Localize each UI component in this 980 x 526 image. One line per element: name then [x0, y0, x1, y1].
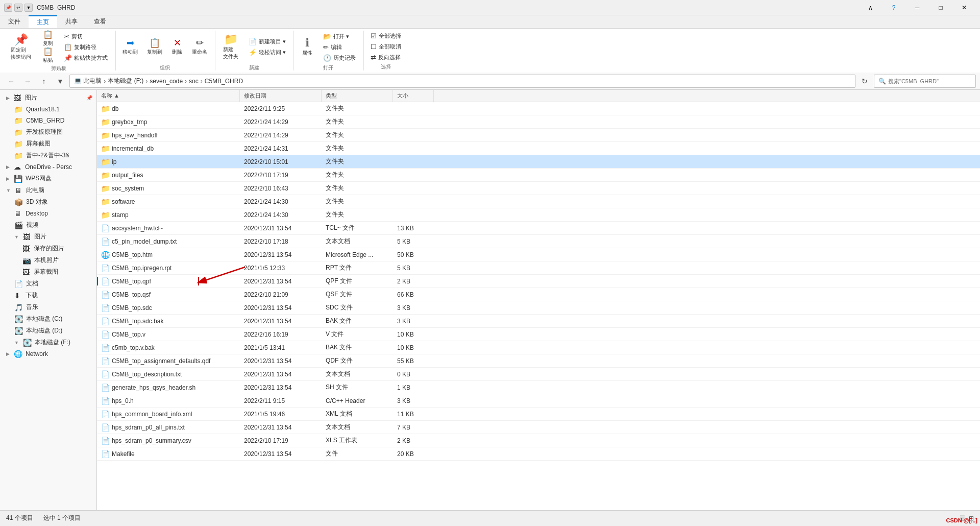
- forward-button[interactable]: →: [20, 74, 35, 88]
- new-folder-icon: 📁: [224, 34, 238, 45]
- sidebar-item-screenshot[interactable]: 📁 屏幕截图: [0, 138, 96, 150]
- clipboard-label: 剪贴板: [51, 64, 66, 72]
- back-button[interactable]: ←: [4, 74, 18, 88]
- tab-view[interactable]: 查看: [86, 15, 114, 28]
- sidebar-item-saved-pictures[interactable]: 🖼 保存的图片: [0, 243, 96, 254]
- invert-selection-button[interactable]: ⇄ 反向选择: [367, 52, 405, 62]
- col-header-date[interactable]: 修改日期: [240, 90, 322, 102]
- sidebar-item-video[interactable]: 🎬 视频: [0, 219, 96, 231]
- table-row[interactable]: 📄 C5MB_top.ipregen.rpt 2021/1/5 12:33 RP…: [97, 261, 980, 275]
- new-folder-button[interactable]: 📁 新建文件夹: [218, 31, 243, 63]
- sidebar-item-network[interactable]: ▶ 🌐 Network: [0, 348, 96, 360]
- maximize-button[interactable]: □: [929, 0, 952, 15]
- table-row[interactable]: 📄 hps_0.h 2022/2/11 9:15 C/C++ Header 3 …: [97, 394, 980, 408]
- table-row[interactable]: 📄 accsystem_hw.tcl~ 2020/12/31 13:54 TCL…: [97, 222, 980, 235]
- sidebar-item-onedrive[interactable]: ▶ ☁ OneDrive - Persc: [0, 161, 96, 173]
- move-to-button[interactable]: ➡ 移动到: [119, 31, 141, 63]
- collapse-ribbon-btn[interactable]: ∧: [859, 0, 882, 15]
- rename-button[interactable]: ✏ 重命名: [188, 31, 211, 63]
- sidebar-item-desktop[interactable]: 🖥 Desktop: [0, 208, 96, 219]
- col-header-name[interactable]: 名称 ▲: [97, 90, 240, 102]
- table-row[interactable]: 📄 C5MB_top.qsf 2022/2/10 21:09 QSF 文件 66…: [97, 288, 980, 301]
- file-name: 📁 db: [97, 105, 240, 113]
- sidebar-item-3d[interactable]: 📦 3D 对象: [0, 196, 96, 208]
- quick-access-icon[interactable]: 📌: [4, 4, 12, 12]
- paste-button[interactable]: 📋 粘贴: [38, 47, 58, 64]
- new-item-button[interactable]: 📄 新建项目 ▾: [245, 37, 289, 47]
- sidebar-item-wps[interactable]: ▶ 💾 WPS网盘: [0, 173, 96, 184]
- open-button[interactable]: 📂 打开 ▾: [320, 31, 359, 41]
- sidebar-item-documents[interactable]: 📄 文档: [0, 278, 96, 290]
- sidebar-item-drive-c[interactable]: 💽 本地磁盘 (C:): [0, 313, 96, 325]
- table-row[interactable]: 📄 C5MB_top.v 2022/2/16 16:19 V 文件 10 KB: [97, 328, 980, 341]
- close-button[interactable]: ✕: [952, 0, 976, 15]
- refresh-button[interactable]: ↻: [857, 74, 872, 88]
- table-row[interactable]: 📄 C5MB_top.sdc 2020/12/31 13:54 SDC 文件 3…: [97, 301, 980, 315]
- table-row[interactable]: 📄 generate_hps_qsys_header.sh 2020/12/31…: [97, 381, 980, 394]
- sidebar-item-music[interactable]: 🎵 音乐: [0, 301, 96, 313]
- history-button[interactable]: 🕐 历史记录: [320, 53, 359, 63]
- undo-icon[interactable]: ↩: [14, 4, 22, 12]
- delete-button[interactable]: ✕ 删除: [168, 31, 186, 63]
- table-row[interactable]: 📄 c5mb_top.v.bak 2021/1/5 13:41 BAK 文件 1…: [97, 341, 980, 354]
- col-header-type[interactable]: 类型: [322, 90, 393, 102]
- tab-home[interactable]: 主页: [29, 15, 57, 28]
- table-row[interactable]: 📄 C5MB_top_assignment_defaults.qdf 2020/…: [97, 354, 980, 368]
- table-row[interactable]: 📁 ip 2022/2/10 15:01 文件夹: [97, 155, 980, 169]
- table-row[interactable]: 📄 C5MB_top.qpf 2020/12/31 13:54 QPF 文件 2…: [97, 275, 980, 288]
- forward-arrow-icon[interactable]: ▼: [24, 4, 33, 12]
- select-none-button[interactable]: ☐ 全部取消: [367, 41, 405, 52]
- table-row[interactable]: 🌐 C5MB_top.htm 2020/12/31 13:54 Microsof…: [97, 248, 980, 261]
- sidebar-item-puzhong[interactable]: 📁 普中-2&普中-3&: [0, 150, 96, 161]
- table-row[interactable]: 📄 hps_sdram_p0_all_pins.txt 2020/12/31 1…: [97, 421, 980, 434]
- help-icon[interactable]: ?: [882, 0, 905, 15]
- table-row[interactable]: 📄 c5_pin_model_dump.txt 2022/2/10 17:18 …: [97, 235, 980, 248]
- up-button[interactable]: ↑: [37, 74, 51, 88]
- search-input[interactable]: [888, 78, 971, 84]
- recent-locations-button[interactable]: ▼: [53, 74, 67, 88]
- table-row[interactable]: 📁 greybox_tmp 2022/1/24 14:29 文件夹: [97, 115, 980, 129]
- table-row[interactable]: 📁 incremental_db 2022/1/24 14:31 文件夹: [97, 142, 980, 155]
- watermark: CSDN @[...]: [946, 517, 977, 523]
- paste-shortcut-button[interactable]: 📌 粘贴快捷方式: [60, 53, 111, 63]
- table-row[interactable]: 📁 stamp 2022/1/24 14:30 文件夹: [97, 208, 980, 222]
- edit-button[interactable]: ✏ 编辑: [320, 42, 359, 52]
- sidebar-item-pictures2[interactable]: ▼ 🖼 图片: [0, 231, 96, 243]
- properties-button[interactable]: ℹ 属性: [297, 31, 317, 63]
- sidebar-item-drive-d[interactable]: 💽 本地磁盘 (D:): [0, 325, 96, 337]
- sidebar-item-quartus[interactable]: 📁 Quartus18.1: [0, 104, 96, 115]
- table-row[interactable]: 📄 C5MB_top.sdc.bak 2020/12/31 13:54 BAK …: [97, 315, 980, 328]
- sidebar-item-schematic[interactable]: 📁 开发板原理图: [0, 126, 96, 138]
- table-row[interactable]: 📁 db 2022/2/11 9:25 文件夹: [97, 102, 980, 115]
- sidebar-item-camera-roll[interactable]: 📷 本机照片: [0, 254, 96, 266]
- search-box[interactable]: 🔍: [874, 75, 976, 88]
- tab-share[interactable]: 共享: [57, 15, 86, 28]
- table-row[interactable]: 📄 Makefile 2020/12/31 13:54 文件 20 KB: [97, 447, 980, 461]
- table-row[interactable]: 📁 software 2022/1/24 14:30 文件夹: [97, 195, 980, 208]
- file-size: 0 KB: [393, 371, 434, 378]
- sidebar-item-this-pc[interactable]: ▼ 🖥 此电脑: [0, 184, 96, 196]
- pin-to-quickaccess-button[interactable]: 📌 固定到快速访问: [6, 31, 36, 64]
- file-date: 2020/12/31 13:54: [240, 278, 322, 285]
- minimize-button[interactable]: ─: [905, 0, 929, 15]
- copy-button[interactable]: 📋 复制: [38, 31, 58, 47]
- copy-to-button[interactable]: 📋 复制到: [143, 31, 166, 63]
- sidebar-item-screenshots[interactable]: 🖼 屏幕截图: [0, 266, 96, 278]
- cut-button[interactable]: ✂ 剪切: [60, 32, 111, 42]
- tab-file[interactable]: 文件: [0, 15, 29, 28]
- table-row[interactable]: 📁 hps_isw_handoff 2022/1/24 14:29 文件夹: [97, 129, 980, 142]
- table-row[interactable]: 📄 hps_sdram_p0_summary.csv 2022/2/10 17:…: [97, 434, 980, 447]
- table-row[interactable]: 📁 output_files 2022/2/10 17:19 文件夹: [97, 169, 980, 182]
- address-path[interactable]: 💻 此电脑 › 本地磁盘 (F:) › seven_code › soc › C…: [69, 75, 855, 88]
- table-row[interactable]: 📄 hps_common_board_info.xml 2021/1/5 19:…: [97, 408, 980, 421]
- sidebar-item-downloads[interactable]: ⬇ 下载: [0, 290, 96, 301]
- copy-path-button[interactable]: 📋 复制路径: [60, 42, 111, 53]
- easy-access-button[interactable]: ⚡ 轻松访问 ▾: [245, 47, 289, 58]
- table-row[interactable]: 📁 soc_system 2022/2/10 16:43 文件夹: [97, 182, 980, 195]
- sidebar-item-drive-f[interactable]: ▼ 💽 本地磁盘 (F:): [0, 337, 96, 348]
- sidebar-item-pictures[interactable]: ▶ 🖼 图片 📌: [0, 92, 96, 104]
- sidebar-item-c5mb[interactable]: 📁 C5MB_GHRD: [0, 115, 96, 126]
- table-row[interactable]: 📄 C5MB_top_description.txt 2020/12/31 13…: [97, 368, 980, 381]
- col-header-size[interactable]: 大小: [393, 90, 434, 102]
- select-all-button[interactable]: ☑ 全部选择: [367, 31, 405, 41]
